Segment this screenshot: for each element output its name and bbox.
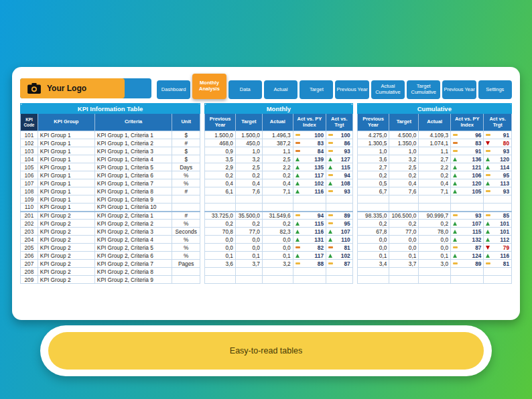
cell-monthly-act-vs-trgt[interactable] <box>326 195 353 204</box>
cell-cumulative-act-vs-py-index[interactable]: 106 <box>451 171 484 179</box>
cell-monthly-act-vs-py-index[interactable]: 135 <box>293 163 326 171</box>
cell-cumulative-target[interactable] <box>389 268 419 276</box>
cell-cumulative-act-vs-py-index[interactable]: 91 <box>451 147 484 155</box>
tab-settings[interactable]: Settings <box>478 80 512 99</box>
cell-criteria[interactable]: KPI Group 2, Criteria 8 <box>94 268 172 276</box>
cell-cumulative-act-vs-py-index[interactable]: 87 <box>451 244 484 252</box>
tab-actual-cumulative[interactable]: Actual Cumulative <box>371 80 405 99</box>
cell-kpi-code[interactable]: 208 <box>21 268 38 276</box>
cell-cumulative-target[interactable]: 1,0 <box>389 147 419 155</box>
tab-dashboard[interactable]: Dashboard <box>157 80 190 99</box>
cell-kpi-code[interactable]: 108 <box>21 187 38 195</box>
cell-monthly-act-vs-py-index[interactable] <box>293 204 326 212</box>
cell-cumulative-act-vs-trgt[interactable] <box>484 276 512 284</box>
cell-monthly-act-vs-trgt[interactable]: 93 <box>326 147 353 155</box>
cell-cumulative-target[interactable]: 7,6 <box>389 187 419 195</box>
cell-cumulative-act-vs-trgt[interactable]: 101 <box>484 228 512 236</box>
cell-monthly-actual[interactable]: 0,0 <box>262 236 293 244</box>
cell-monthly-actual[interactable] <box>262 276 293 284</box>
cell-cumulative-target[interactable]: 0,0 <box>389 244 419 252</box>
cell-unit[interactable] <box>172 268 200 276</box>
cell-cumulative-actual[interactable] <box>419 276 451 284</box>
cell-monthly-actual[interactable]: 3,2 <box>262 260 293 268</box>
cell-cumulative-act-vs-trgt[interactable]: 95 <box>484 171 512 179</box>
cell-kpi-code[interactable]: 209 <box>21 276 38 284</box>
cell-monthly-act-vs-py-index[interactable]: 115 <box>293 220 326 228</box>
cell-monthly-target[interactable]: 77,0 <box>235 228 262 236</box>
tab-actual[interactable]: Actual <box>264 80 297 99</box>
cell-criteria[interactable]: KPI Group 2, Criteria 4 <box>94 236 172 244</box>
cell-monthly-previous-year[interactable]: 2,9 <box>205 163 236 171</box>
cell-cumulative-previous-year[interactable]: 0,1 <box>357 252 389 260</box>
cell-kpi-group[interactable]: KPI Group 1 <box>38 179 94 187</box>
cell-kpi-group[interactable]: KPI Group 2 <box>38 236 94 244</box>
cell-cumulative-previous-year[interactable]: 3,4 <box>357 260 389 268</box>
cell-cumulative-target[interactable] <box>389 195 419 204</box>
cell-kpi-group[interactable]: KPI Group 2 <box>38 212 94 220</box>
cell-monthly-previous-year[interactable] <box>205 276 236 284</box>
cell-monthly-act-vs-py-index[interactable]: 116 <box>293 187 326 195</box>
cell-unit[interactable]: % <box>172 252 200 260</box>
tab-data[interactable]: Data <box>228 80 262 99</box>
cell-unit[interactable]: Pages <box>172 260 200 268</box>
cell-monthly-previous-year[interactable]: 33.725,0 <box>205 212 236 220</box>
cell-kpi-code[interactable]: 106 <box>21 171 38 179</box>
cell-kpi-group[interactable]: KPI Group 1 <box>38 171 94 179</box>
cell-monthly-act-vs-trgt[interactable]: 108 <box>326 179 353 187</box>
cell-monthly-target[interactable]: 1.500,0 <box>235 131 262 139</box>
cell-cumulative-target[interactable]: 2,5 <box>389 163 419 171</box>
cell-cumulative-act-vs-trgt[interactable] <box>484 204 512 212</box>
cell-kpi-code[interactable]: 206 <box>21 252 38 260</box>
cell-unit[interactable]: % <box>172 236 200 244</box>
cell-monthly-target[interactable]: 7,6 <box>235 187 262 195</box>
cell-monthly-actual[interactable]: 31.549,6 <box>262 212 293 220</box>
cell-cumulative-actual[interactable]: 90.999,7 <box>419 212 451 220</box>
cell-kpi-code[interactable]: 103 <box>21 147 38 155</box>
cell-monthly-actual[interactable]: 1,1 <box>262 147 293 155</box>
cell-cumulative-previous-year[interactable]: 4.275,0 <box>357 131 389 139</box>
cell-kpi-code[interactable]: 207 <box>21 260 38 268</box>
cell-kpi-group[interactable]: KPI Group 2 <box>38 260 94 268</box>
cell-kpi-code[interactable]: 102 <box>21 139 38 147</box>
cell-monthly-target[interactable]: 0,0 <box>235 236 262 244</box>
cell-monthly-actual[interactable]: 0,0 <box>262 244 293 252</box>
cell-cumulative-act-vs-py-index[interactable]: 107 <box>451 220 484 228</box>
cell-cumulative-previous-year[interactable] <box>357 268 389 276</box>
cell-monthly-act-vs-py-index[interactable] <box>293 268 326 276</box>
cell-cumulative-act-vs-py-index[interactable]: 96 <box>451 131 484 139</box>
cell-cumulative-target[interactable]: 0,1 <box>389 252 419 260</box>
cell-monthly-actual[interactable]: 7,1 <box>262 187 293 195</box>
cell-cumulative-actual[interactable] <box>419 204 451 212</box>
cell-unit[interactable]: % <box>172 171 200 179</box>
cell-monthly-act-vs-py-index[interactable]: 117 <box>293 171 326 179</box>
cell-monthly-act-vs-py-index[interactable]: 100 <box>293 131 326 139</box>
cell-cumulative-target[interactable]: 1.350,0 <box>389 139 419 147</box>
cell-monthly-target[interactable] <box>235 276 262 284</box>
cell-cumulative-actual[interactable] <box>419 268 451 276</box>
cell-cumulative-actual[interactable]: 0,0 <box>419 244 451 252</box>
cell-cumulative-actual[interactable]: 0,2 <box>419 220 451 228</box>
cell-monthly-act-vs-trgt[interactable]: 86 <box>326 139 353 147</box>
cell-cumulative-target[interactable]: 0,0 <box>389 236 419 244</box>
cell-criteria[interactable]: KPI Group 1, Criteria 4 <box>94 155 172 163</box>
cell-kpi-code[interactable]: 105 <box>21 163 38 171</box>
cell-monthly-target[interactable]: 3,7 <box>235 260 262 268</box>
cell-monthly-act-vs-py-index[interactable]: 82 <box>293 244 326 252</box>
cell-cumulative-act-vs-trgt[interactable]: 112 <box>484 236 512 244</box>
cell-cumulative-previous-year[interactable]: 2,7 <box>357 163 389 171</box>
cell-unit[interactable]: # <box>172 212 200 220</box>
cell-cumulative-act-vs-py-index[interactable]: 121 <box>451 163 484 171</box>
cell-cumulative-actual[interactable] <box>419 195 451 204</box>
cell-cumulative-previous-year[interactable] <box>357 195 389 204</box>
cell-unit[interactable]: % <box>172 220 200 228</box>
cell-cumulative-target[interactable]: 0,2 <box>389 171 419 179</box>
cell-criteria[interactable]: KPI Group 2, Criteria 5 <box>94 244 172 252</box>
cell-kpi-group[interactable]: KPI Group 1 <box>38 155 94 163</box>
cell-monthly-actual[interactable]: 2,5 <box>262 155 293 163</box>
cell-monthly-previous-year[interactable]: 0,1 <box>205 252 236 260</box>
cell-cumulative-previous-year[interactable]: 3,6 <box>357 155 389 163</box>
cell-monthly-previous-year[interactable]: 3,5 <box>205 155 236 163</box>
cell-kpi-code[interactable]: 203 <box>21 228 38 236</box>
cell-monthly-actual[interactable] <box>262 268 293 276</box>
cell-cumulative-actual[interactable]: 78,0 <box>419 228 451 236</box>
